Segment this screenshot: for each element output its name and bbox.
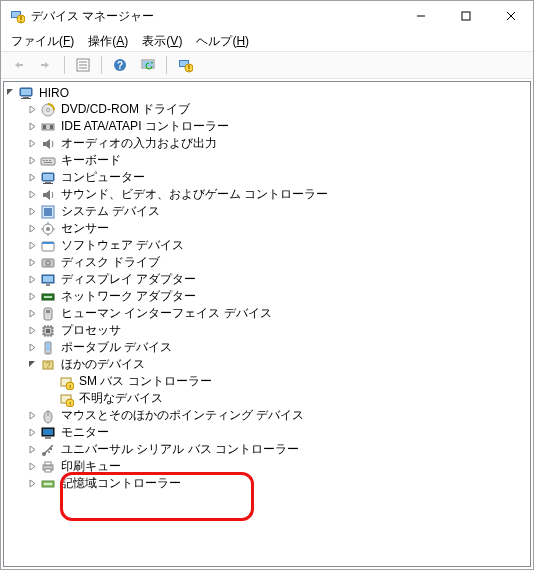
computer-icon [40, 170, 56, 186]
tree-item[interactable]: IDE ATA/ATAPI コントローラー [22, 118, 530, 135]
tree-item-unknown-device[interactable]: 不明なデバイス [40, 390, 530, 407]
expand-icon[interactable] [26, 206, 38, 218]
sensor-icon [40, 221, 56, 237]
expand-icon[interactable] [26, 427, 38, 439]
close-button[interactable] [488, 1, 533, 31]
tree-item-label: コンピューター [60, 169, 146, 186]
computer-icon [18, 85, 34, 101]
tree-item-label: マウスとそのほかのポインティング デバイス [60, 407, 305, 424]
tree-item[interactable]: オーディオの入力および出力 [22, 135, 530, 152]
tree-item[interactable]: サウンド、ビデオ、およびゲーム コントローラー [22, 186, 530, 203]
disk-icon [40, 255, 56, 271]
expand-icon[interactable] [26, 461, 38, 473]
expand-icon[interactable] [26, 478, 38, 490]
printer-icon [40, 459, 56, 475]
tree-item[interactable]: ヒューマン インターフェイス デバイス [22, 305, 530, 322]
tree-item-label: ほかのデバイス [60, 356, 146, 373]
network-icon [40, 289, 56, 305]
tree-item-label: モニター [60, 424, 110, 441]
expand-icon[interactable] [26, 138, 38, 150]
tree-item-label: プロセッサ [60, 322, 122, 339]
usb-icon [40, 442, 56, 458]
speaker-icon [40, 187, 56, 203]
unknown-icon [58, 391, 74, 407]
expand-icon[interactable] [26, 257, 38, 269]
maximize-button[interactable] [443, 1, 488, 31]
tree-item-label: IDE ATA/ATAPI コントローラー [60, 118, 230, 135]
expand-icon[interactable] [26, 172, 38, 184]
expand-icon[interactable] [26, 291, 38, 303]
tree-item-other-devices[interactable]: ほかのデバイス [22, 356, 530, 373]
tree-item[interactable]: 記憶域コントローラー [22, 475, 530, 492]
client-area: HIRO DVD/CD-ROM ドライブIDE ATA/ATAPI コントローラ… [1, 79, 533, 569]
expand-icon[interactable] [26, 410, 38, 422]
mouse-icon [40, 408, 56, 424]
tree-item[interactable]: コンピューター [22, 169, 530, 186]
minimize-button[interactable] [398, 1, 443, 31]
expand-icon[interactable] [26, 444, 38, 456]
collapse-icon[interactable] [26, 359, 38, 371]
tree-item[interactable]: ポータブル デバイス [22, 339, 530, 356]
help-button[interactable] [107, 53, 133, 77]
hid-icon [40, 306, 56, 322]
tree-item[interactable]: システム デバイス [22, 203, 530, 220]
tree-item-label: キーボード [60, 152, 122, 169]
device-manager-window: デバイス マネージャー ファイル(F) 操作(A) 表示(V) ヘルプ(H) [0, 0, 534, 570]
tree-item[interactable]: マウスとそのほかのポインティング デバイス [22, 407, 530, 424]
tree-item[interactable]: キーボード [22, 152, 530, 169]
tree-item-label: DVD/CD-ROM ドライブ [60, 101, 191, 118]
tree-item-label: サウンド、ビデオ、およびゲーム コントローラー [60, 186, 329, 203]
storage-icon [40, 476, 56, 492]
tree-item-unknown-device[interactable]: SM バス コントローラー [40, 373, 530, 390]
expand-icon[interactable] [26, 342, 38, 354]
tree-item[interactable]: センサー [22, 220, 530, 237]
menu-file[interactable]: ファイル(F) [5, 32, 80, 51]
expand-icon[interactable] [26, 274, 38, 286]
tree-item-label: SM バス コントローラー [78, 373, 213, 390]
tree-item[interactable]: プロセッサ [22, 322, 530, 339]
tree-root-label: HIRO [38, 86, 70, 100]
unknown-icon [58, 374, 74, 390]
expand-icon[interactable] [26, 121, 38, 133]
speaker-icon [40, 136, 56, 152]
portable-icon [40, 340, 56, 356]
menu-action[interactable]: 操作(A) [82, 32, 134, 51]
scan-hw-button[interactable] [172, 53, 198, 77]
titlebar: デバイス マネージャー [1, 1, 533, 31]
tree-item[interactable]: ディスク ドライブ [22, 254, 530, 271]
properties-button[interactable] [70, 53, 96, 77]
refresh-button[interactable] [135, 53, 161, 77]
tree-item[interactable]: ソフトウェア デバイス [22, 237, 530, 254]
expand-icon[interactable] [26, 325, 38, 337]
tree-item-label: ポータブル デバイス [60, 339, 173, 356]
back-button[interactable] [5, 53, 31, 77]
collapse-icon[interactable] [4, 87, 16, 99]
expand-icon[interactable] [26, 240, 38, 252]
svg-rect-87 [462, 12, 470, 20]
monitor-icon [40, 425, 56, 441]
forward-button[interactable] [33, 53, 59, 77]
expand-icon[interactable] [26, 104, 38, 116]
tree-root[interactable]: HIRO [4, 84, 530, 101]
tree-item-label: システム デバイス [60, 203, 161, 220]
keyboard-icon [40, 153, 56, 169]
tree-item-label: ユニバーサル シリアル バス コントローラー [60, 441, 300, 458]
expand-icon[interactable] [26, 189, 38, 201]
toolbar [1, 52, 533, 79]
menu-help[interactable]: ヘルプ(H) [190, 32, 255, 51]
tree-item[interactable]: モニター [22, 424, 530, 441]
menu-view[interactable]: 表示(V) [136, 32, 188, 51]
tree-item-label: 記憶域コントローラー [60, 475, 182, 492]
tree-item[interactable]: 印刷キュー [22, 458, 530, 475]
cpu-icon [40, 323, 56, 339]
tree-item[interactable]: ユニバーサル シリアル バス コントローラー [22, 441, 530, 458]
tree-item[interactable]: DVD/CD-ROM ドライブ [22, 101, 530, 118]
expand-icon[interactable] [26, 223, 38, 235]
tree-item[interactable]: ネットワーク アダプター [22, 288, 530, 305]
display-icon [40, 272, 56, 288]
tree-item[interactable]: ディスプレイ アダプター [22, 271, 530, 288]
expand-icon[interactable] [26, 308, 38, 320]
device-tree[interactable]: HIRO DVD/CD-ROM ドライブIDE ATA/ATAPI コントローラ… [3, 81, 531, 567]
tree-item-label: 印刷キュー [60, 458, 122, 475]
expand-icon[interactable] [26, 155, 38, 167]
